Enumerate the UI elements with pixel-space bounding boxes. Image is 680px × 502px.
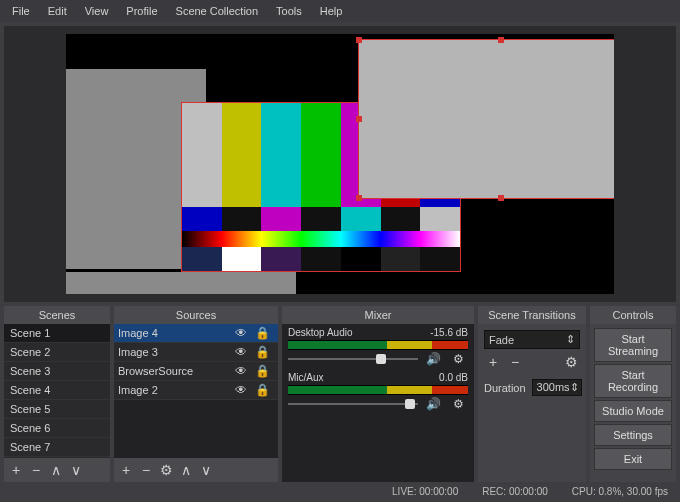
updown-icon: ⇕ (566, 333, 575, 346)
remove-source-button[interactable]: − (137, 461, 155, 479)
preview-area (4, 26, 676, 302)
sources-panel: Sources Image 4 👁 🔒 Image 3 👁 🔒 BrowserS… (114, 306, 278, 482)
source-item[interactable]: Image 3 👁 🔒 (114, 343, 278, 362)
scenes-list[interactable]: Scene 1 Scene 2 Scene 3 Scene 4 Scene 5 … (4, 324, 110, 458)
resize-handle-bl[interactable] (356, 195, 362, 201)
sources-title: Sources (114, 306, 278, 324)
transitions-title: Scene Transitions (478, 306, 586, 324)
transition-properties-button[interactable]: ⚙ (562, 353, 580, 371)
duration-input[interactable]: 300ms ⇕ (532, 379, 582, 396)
volume-slider[interactable] (288, 353, 418, 365)
menubar: File Edit View Profile Scene Collection … (0, 0, 680, 22)
duration-value: 300ms (537, 381, 570, 394)
channel-settings-icon[interactable]: ⚙ (449, 352, 468, 366)
start-recording-button[interactable]: Start Recording (594, 364, 672, 398)
mute-icon[interactable]: 🔊 (422, 397, 445, 411)
mixer-channel-desktop: Desktop Audio -15.6 dB 🔊 ⚙ (282, 324, 474, 369)
scenes-panel: Scenes Scene 1 Scene 2 Scene 3 Scene 4 S… (4, 306, 110, 482)
status-bar: LIVE: 00:00:00 REC: 00:00:00 CPU: 0.8%, … (4, 483, 676, 500)
visibility-icon[interactable]: 👁 (231, 345, 251, 359)
source-down-button[interactable]: ∨ (197, 461, 215, 479)
source-item[interactable]: Image 2 👁 🔒 (114, 381, 278, 400)
scene-item[interactable]: Scene 7 (4, 438, 110, 457)
scene-item[interactable]: Scene 4 (4, 381, 110, 400)
source-bar-bottom[interactable] (66, 272, 296, 294)
settings-button[interactable]: Settings (594, 424, 672, 446)
scene-down-button[interactable]: ∨ (67, 461, 85, 479)
remove-transition-button[interactable]: − (506, 353, 524, 371)
volume-slider[interactable] (288, 398, 418, 410)
source-properties-button[interactable]: ⚙ (157, 461, 175, 479)
scenes-toolbar: + − ∧ ∨ (4, 458, 110, 482)
channel-name: Desktop Audio (288, 327, 353, 338)
status-cpu: CPU: 0.8%, 30.00 fps (572, 486, 668, 497)
mute-icon[interactable]: 🔊 (422, 352, 445, 366)
source-item[interactable]: BrowserSource 👁 🔒 (114, 362, 278, 381)
visibility-icon[interactable]: 👁 (231, 364, 251, 378)
mixer-channel-mic: Mic/Aux 0.0 dB 🔊 ⚙ (282, 369, 474, 414)
audio-meter (288, 385, 468, 395)
resize-handle-bm[interactable] (498, 195, 504, 201)
menu-tools[interactable]: Tools (268, 2, 310, 20)
exit-button[interactable]: Exit (594, 448, 672, 470)
sources-toolbar: + − ⚙ ∧ ∨ (114, 458, 278, 482)
lock-icon[interactable]: 🔒 (251, 383, 274, 397)
scenes-title: Scenes (4, 306, 110, 324)
sources-list[interactable]: Image 4 👁 🔒 Image 3 👁 🔒 BrowserSource 👁 … (114, 324, 278, 458)
resize-handle-tl[interactable] (356, 37, 362, 43)
channel-level: -15.6 dB (430, 327, 468, 338)
scene-item[interactable]: Scene 8 (4, 457, 110, 458)
menu-edit[interactable]: Edit (40, 2, 75, 20)
scene-item[interactable]: Scene 3 (4, 362, 110, 381)
menu-view[interactable]: View (77, 2, 117, 20)
duration-label: Duration (484, 382, 526, 394)
menu-help[interactable]: Help (312, 2, 351, 20)
transitions-panel: Scene Transitions Fade ⇕ + − ⚙ Duration … (478, 306, 586, 482)
preview-canvas[interactable] (66, 34, 614, 294)
lock-icon[interactable]: 🔒 (251, 345, 274, 359)
transitions-body: Fade ⇕ + − ⚙ Duration 300ms ⇕ (478, 324, 586, 402)
resize-handle-ml[interactable] (356, 116, 362, 122)
menu-file[interactable]: File (4, 2, 38, 20)
source-selected-box[interactable] (358, 39, 614, 199)
start-streaming-button[interactable]: Start Streaming (594, 328, 672, 362)
visibility-icon[interactable]: 👁 (231, 383, 251, 397)
source-label: Image 3 (118, 346, 231, 358)
scene-up-button[interactable]: ∧ (47, 461, 65, 479)
channel-name: Mic/Aux (288, 372, 324, 383)
menu-profile[interactable]: Profile (118, 2, 165, 20)
channel-settings-icon[interactable]: ⚙ (449, 397, 468, 411)
menu-scene-collection[interactable]: Scene Collection (168, 2, 267, 20)
source-label: Image 4 (118, 327, 231, 339)
studio-mode-button[interactable]: Studio Mode (594, 400, 672, 422)
scene-item[interactable]: Scene 5 (4, 400, 110, 419)
status-live: LIVE: 00:00:00 (392, 486, 458, 497)
visibility-icon[interactable]: 👁 (231, 326, 251, 340)
scene-item[interactable]: Scene 1 (4, 324, 110, 343)
docks-row: Scenes Scene 1 Scene 2 Scene 3 Scene 4 S… (0, 306, 680, 486)
audio-meter (288, 340, 468, 350)
remove-scene-button[interactable]: − (27, 461, 45, 479)
status-rec: REC: 00:00:00 (482, 486, 548, 497)
transition-selected: Fade (489, 334, 514, 346)
source-up-button[interactable]: ∧ (177, 461, 195, 479)
source-label: BrowserSource (118, 365, 231, 377)
controls-panel: Controls Start Streaming Start Recording… (590, 306, 676, 482)
scene-item[interactable]: Scene 6 (4, 419, 110, 438)
mixer-body: Desktop Audio -15.6 dB 🔊 ⚙ Mic/Aux 0.0 d… (282, 324, 474, 482)
updown-icon: ⇕ (570, 381, 579, 394)
mixer-title: Mixer (282, 306, 474, 324)
transition-select[interactable]: Fade ⇕ (484, 330, 580, 349)
add-source-button[interactable]: + (117, 461, 135, 479)
resize-handle-tm[interactable] (498, 37, 504, 43)
scene-item[interactable]: Scene 2 (4, 343, 110, 362)
mixer-panel: Mixer Desktop Audio -15.6 dB 🔊 ⚙ M (282, 306, 474, 482)
source-label: Image 2 (118, 384, 231, 396)
source-item[interactable]: Image 4 👁 🔒 (114, 324, 278, 343)
add-transition-button[interactable]: + (484, 353, 502, 371)
add-scene-button[interactable]: + (7, 461, 25, 479)
controls-body: Start Streaming Start Recording Studio M… (590, 324, 676, 474)
lock-icon[interactable]: 🔒 (251, 326, 274, 340)
channel-level: 0.0 dB (439, 372, 468, 383)
lock-icon[interactable]: 🔒 (251, 364, 274, 378)
